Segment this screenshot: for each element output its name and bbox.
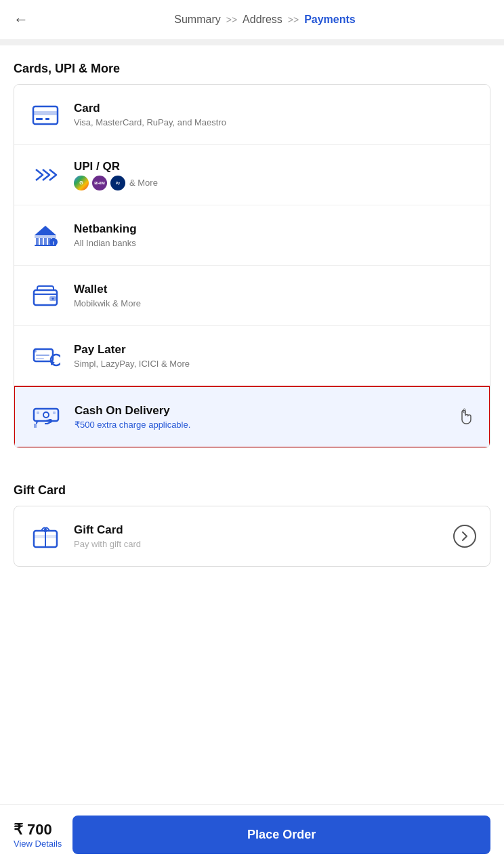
wallet-icon	[28, 278, 63, 313]
wallet-subtitle: Mobikwik & More	[74, 298, 476, 308]
cards-upi-heading: Cards, UPI & More	[0, 45, 504, 84]
svg-marker-10	[35, 226, 56, 235]
bottom-spacer	[0, 567, 504, 635]
card-icon	[28, 97, 63, 132]
svg-rect-7	[44, 238, 47, 245]
payment-option-netbanking[interactable]: i Netbanking All Indian banks	[14, 205, 490, 266]
payment-option-cod[interactable]: Cash On Delivery ₹500 extra charge appli…	[14, 386, 490, 448]
price-amount: ₹ 700	[14, 821, 62, 839]
price-block: ₹ 700 View Details	[14, 821, 62, 849]
card-subtitle: Visa, MasterCard, RuPay, and Maestro	[74, 117, 476, 127]
svg-rect-2	[36, 118, 43, 120]
svg-point-29	[44, 529, 47, 532]
svg-rect-23	[37, 411, 39, 414]
svg-text:i: i	[53, 240, 54, 246]
netbanking-icon: i	[28, 218, 63, 253]
gpay-logo: G	[74, 176, 89, 190]
svg-rect-4	[35, 235, 56, 238]
upi-more-text: & More	[129, 178, 158, 188]
netbanking-text: Netbanking All Indian banks	[74, 222, 476, 248]
card-text: Card Visa, MasterCard, RuPay, and Maestr…	[74, 102, 476, 127]
paylater-icon	[28, 338, 63, 374]
breadcrumb-address[interactable]: Address	[243, 14, 282, 26]
breadcrumb-summary[interactable]: Summary	[174, 14, 220, 26]
svg-rect-6	[40, 238, 43, 245]
payment-options-list: Card Visa, MasterCard, RuPay, and Maestr…	[14, 84, 490, 448]
breadcrumb: Summary >> Address >> Payments	[39, 14, 490, 26]
svg-rect-24	[53, 411, 56, 414]
wallet-text: Wallet Mobikwik & More	[74, 283, 476, 308]
back-button[interactable]: ←	[14, 12, 28, 27]
svg-point-18	[34, 350, 37, 353]
payment-option-paylater[interactable]: Pay Later Simpl, LazyPay, ICICI & More	[14, 326, 490, 386]
bottom-bar: ₹ 700 View Details Place Order	[0, 804, 504, 865]
paytm-logo: Py	[110, 176, 125, 190]
gift-card-heading: Gift Card	[0, 467, 504, 506]
paylater-text: Pay Later Simpl, LazyPay, ICICI & More	[74, 343, 476, 369]
view-details-link[interactable]: View Details	[14, 839, 62, 849]
upi-logos: G BHIM Py	[74, 176, 125, 190]
wallet-title: Wallet	[74, 283, 476, 296]
breadcrumb-sep-2: >>	[288, 14, 299, 25]
cod-text: Cash On Delivery ₹500 extra charge appli…	[75, 404, 451, 430]
svg-point-22	[43, 412, 49, 418]
place-order-button[interactable]: Place Order	[72, 816, 490, 854]
gift-card-item[interactable]: Gift Card Pay with gift card	[14, 506, 490, 567]
cod-icon	[28, 399, 64, 435]
svg-rect-21	[34, 409, 58, 421]
upi-text: UPI / QR G BHIM Py & More	[74, 160, 476, 190]
netbanking-title: Netbanking	[74, 222, 476, 236]
svg-rect-19	[36, 355, 49, 356]
svg-rect-3	[45, 118, 49, 120]
gift-card-section: Gift Card Gift Card Pay with gift card	[0, 467, 504, 567]
gift-card-icon	[28, 519, 63, 554]
upi-icon	[28, 157, 63, 193]
breadcrumb-payments[interactable]: Payments	[304, 14, 356, 26]
gift-card-arrow[interactable]	[453, 525, 476, 548]
card-title: Card	[74, 102, 476, 115]
cod-subtitle: ₹500 extra charge applicable.	[75, 420, 451, 430]
payment-option-upi[interactable]: UPI / QR G BHIM Py & More	[14, 145, 490, 205]
svg-rect-20	[36, 358, 44, 359]
netbanking-subtitle: All Indian banks	[74, 238, 476, 248]
breadcrumb-sep-1: >>	[226, 14, 237, 25]
gift-card-subtitle: Pay with gift card	[74, 539, 453, 549]
cod-title: Cash On Delivery	[75, 404, 451, 418]
bhim-logo: BHIM	[92, 176, 107, 190]
upi-subtitle: G BHIM Py & More	[74, 176, 476, 190]
payment-option-card[interactable]: Card Visa, MasterCard, RuPay, and Maestr…	[14, 85, 490, 145]
svg-rect-5	[36, 238, 39, 245]
gift-card-title: Gift Card	[74, 523, 453, 537]
cursor-pointer-icon	[457, 405, 476, 428]
section-divider	[0, 40, 504, 45]
gift-card-text: Gift Card Pay with gift card	[74, 523, 453, 549]
upi-title: UPI / QR	[74, 160, 476, 174]
header: ← Summary >> Address >> Payments	[0, 0, 504, 40]
paylater-subtitle: Simpl, LazyPay, ICICI & More	[74, 359, 476, 369]
svg-point-16	[52, 298, 54, 300]
svg-rect-1	[33, 111, 58, 115]
paylater-title: Pay Later	[74, 343, 476, 357]
payment-option-wallet[interactable]: Wallet Mobikwik & More	[14, 266, 490, 326]
